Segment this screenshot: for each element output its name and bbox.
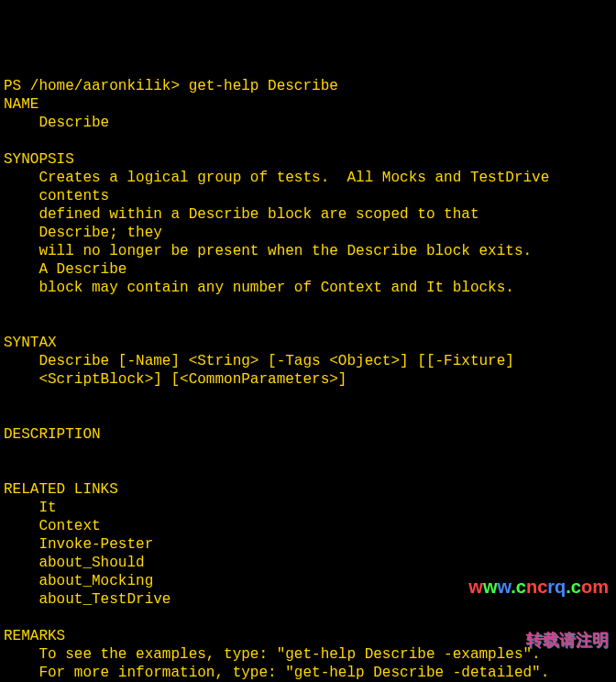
watermark-url: www.cncrq.com (468, 577, 609, 597)
ps-prompt-1: PS /home/aaronkilik> (4, 78, 189, 94)
entered-command: get-help Describe (189, 78, 338, 94)
watermark: www.cncrq.com 转载请注明 (468, 544, 609, 666)
watermark-text: 转载请注明 (468, 632, 609, 650)
